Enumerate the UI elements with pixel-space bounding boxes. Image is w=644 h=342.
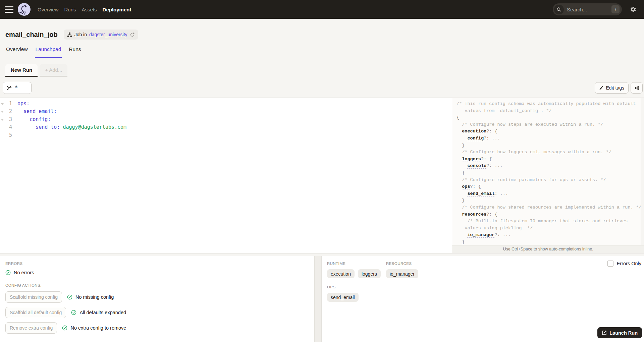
schema-line: execution?: {	[457, 128, 639, 135]
group-ops: OPS send_email	[327, 285, 639, 302]
launchpad-tab-row: New Run + Add...	[5, 64, 639, 77]
topbar-nav-item[interactable]: Overview	[38, 5, 59, 14]
add-config-tab[interactable]: + Add...	[40, 64, 67, 77]
check-circle-icon	[62, 325, 67, 331]
errors-only-checkbox[interactable]	[607, 261, 613, 267]
check-circle-icon	[5, 270, 11, 275]
config-action-row: Scaffold missing config No missing confi…	[5, 291, 309, 303]
schema-line: /* Configure how steps are executed with…	[457, 121, 639, 128]
config-tag[interactable]: execution	[327, 269, 355, 278]
indent-guide	[19, 116, 19, 123]
page-title: email_chain_job	[5, 31, 58, 39]
config-tag[interactable]: loggers	[358, 269, 381, 278]
op-selector-input[interactable]: *	[3, 82, 32, 94]
errors-only-label: Errors Only	[617, 261, 641, 266]
fold-arrow-icon[interactable]	[0, 116, 5, 123]
config-schema-panel[interactable]: /* This run config schema was automatica…	[452, 98, 644, 253]
topbar-nav-item[interactable]: Runs	[64, 5, 76, 14]
schema-lines: /* This run config schema was automatica…	[457, 101, 639, 245]
launch-run-label: Launch Run	[609, 330, 638, 336]
scrollbar[interactable]	[641, 98, 644, 245]
check-circle-icon	[67, 294, 72, 300]
schema-line: }	[457, 142, 639, 149]
resources-label: RESOURCES	[386, 262, 418, 266]
group-resources: RESOURCES io_manager	[386, 262, 418, 278]
schema-line: /* Configure how loggers emit messages w…	[457, 149, 639, 156]
edit-tags-button[interactable]: Edit tags	[595, 82, 629, 94]
line-number: 3	[5, 116, 15, 123]
ops-tags: send_email	[327, 293, 639, 302]
job-location-badge: Job in dagster_university	[64, 30, 138, 40]
new-run-tab[interactable]: New Run	[5, 64, 38, 77]
config-actions-list: Scaffold missing config No missing confi…	[5, 291, 309, 334]
runtime-label: RUNTIME	[327, 262, 386, 266]
page-tab[interactable]: Runs	[68, 46, 82, 58]
fold-arrow-icon[interactable]	[0, 100, 5, 108]
group-runtime: RUNTIME executionloggers	[327, 262, 386, 278]
line-number: 1	[5, 100, 15, 108]
gear-icon	[630, 6, 637, 13]
op-selector-icon	[6, 85, 12, 91]
fold-gutter	[0, 123, 5, 131]
dagster-octopus-icon	[17, 3, 31, 16]
code-line: 1ops:	[0, 100, 452, 108]
settings-button[interactable]	[630, 6, 637, 13]
indent-guide	[31, 123, 31, 131]
job-graph-icon	[67, 32, 72, 37]
launch-run-button[interactable]: Launch Run	[597, 327, 642, 338]
schema-line: console?: ...	[457, 163, 639, 170]
search-input[interactable]	[566, 6, 609, 13]
search-shortcut-kbd: /	[611, 5, 620, 13]
config-action-button[interactable]: Remove extra config	[5, 322, 57, 334]
resources-tags: io_manager	[386, 269, 418, 278]
config-action-button[interactable]: Scaffold all default config	[5, 307, 66, 318]
dagster-logo[interactable]	[17, 3, 31, 16]
edit-tags-label: Edit tags	[606, 85, 624, 91]
config-tag[interactable]: io_manager	[386, 269, 418, 278]
page-tab[interactable]: Overview	[5, 46, 29, 58]
code-location-link[interactable]: dagster_university	[89, 32, 127, 37]
errors-status: No errors	[14, 270, 34, 275]
schema-line: resources?: {	[457, 211, 639, 218]
config-editor-lines: 1ops:2 send_email:3 config:4 send_to: da…	[0, 100, 452, 139]
topbar-nav-item[interactable]: Assets	[82, 5, 97, 14]
schema-line: /* Configure how shared resources are im…	[457, 204, 639, 211]
topbar-nav-item[interactable]: Deployment	[103, 5, 131, 14]
ops-label: OPS	[327, 285, 639, 289]
indent-guide	[19, 108, 19, 115]
indent-guide	[19, 123, 19, 131]
bottom-section: ERRORS No errors CONFIG ACTIONS: Scaffol…	[0, 256, 644, 342]
autocomplete-hint: Use Ctrl+Space to show auto-completions …	[452, 245, 644, 253]
schema-line: values using pickling. */	[457, 225, 639, 232]
fold-gutter	[0, 131, 5, 139]
code-line: 5	[0, 131, 452, 139]
topbar-nav: OverviewRunsAssetsDeployment	[38, 5, 131, 14]
runtime-tags: executionloggers	[327, 269, 386, 278]
errors-only-control: Errors Only	[607, 261, 641, 267]
config-action-row: Scaffold all default config All defaults…	[5, 307, 309, 318]
line-number: 2	[5, 108, 15, 115]
page-tabs: OverviewLaunchpadRuns	[5, 46, 639, 58]
fold-arrow-icon[interactable]	[0, 108, 5, 115]
search-box[interactable]: /	[553, 3, 622, 15]
config-action-button[interactable]: Scaffold missing config	[5, 291, 62, 303]
errors-panel: ERRORS No errors CONFIG ACTIONS: Scaffol…	[0, 256, 315, 342]
schema-line: }	[457, 239, 639, 246]
config-tag[interactable]: send_email	[327, 293, 359, 302]
panel-gutter	[315, 256, 321, 342]
hamburger-menu-icon[interactable]	[5, 6, 13, 13]
indent-guide	[25, 123, 25, 131]
config-action-status: No extra config to remove	[62, 325, 126, 331]
page-tab[interactable]: Launchpad	[35, 46, 62, 58]
pencil-icon	[599, 86, 604, 90]
schema-line: io_manager?: ...	[457, 232, 639, 239]
schema-line: send_email: ...	[457, 190, 639, 197]
toggle-panel-button[interactable]	[631, 82, 643, 94]
reload-location-button[interactable]	[130, 32, 135, 37]
schema-overview-panel: RUNTIME executionloggers RESOURCES io_ma…	[321, 256, 644, 342]
config-editor[interactable]: 1ops:2 send_email:3 config:4 send_to: da…	[0, 98, 452, 253]
launch-icon	[602, 330, 607, 335]
schema-line: /* Configure runtime parameters for ops …	[457, 177, 639, 184]
config-action-status: All defaults expanded	[71, 310, 126, 315]
indent-guide	[25, 116, 25, 123]
